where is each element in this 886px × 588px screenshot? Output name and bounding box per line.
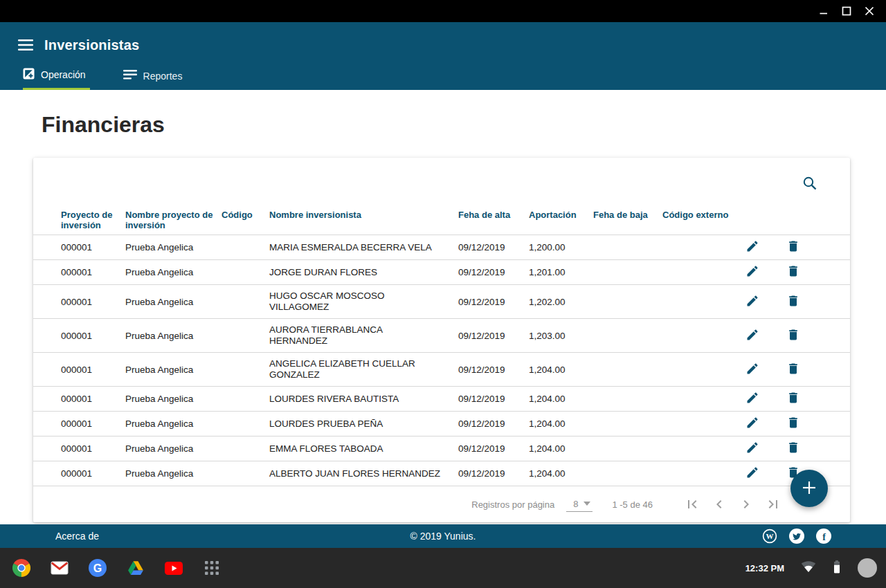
- cell-nombre-proyecto: Prueba Angelica: [125, 319, 222, 353]
- trash-icon[interactable]: [785, 414, 802, 433]
- svg-text:W: W: [766, 532, 774, 540]
- edit-pencil-icon[interactable]: [744, 327, 761, 345]
- edit-pencil-icon[interactable]: [744, 464, 761, 483]
- cell-feha-baja: [593, 437, 662, 461]
- cell-aportacion: 1,200.00: [529, 235, 593, 260]
- cell-nombre-proyecto: Prueba Angelica: [125, 461, 222, 486]
- trash-icon[interactable]: [785, 238, 802, 257]
- cell-nombre-inversionista: ALBERTO JUAN FLORES HERNANDEZ: [269, 461, 458, 486]
- table-header-row: Proyecto de inversión Nombre proyecto de…: [33, 208, 850, 235]
- google-icon[interactable]: G: [89, 559, 107, 577]
- cell-proyecto: 000001: [33, 437, 125, 461]
- cell-feha-baja: [593, 260, 662, 285]
- next-page-icon[interactable]: [737, 495, 755, 513]
- maximize-icon[interactable]: [840, 5, 853, 17]
- status-tray[interactable]: 12:32 PM: [745, 558, 886, 578]
- tab-operacion[interactable]: Operación: [23, 68, 90, 90]
- cell-feha-alta: 09/12/2019: [458, 260, 529, 285]
- plus-icon: [801, 479, 817, 498]
- cell-codigo-externo: [662, 235, 744, 260]
- cell-feha-alta: 09/12/2019: [458, 319, 529, 353]
- cell-proyecto: 000001: [33, 235, 125, 260]
- table-row: 000001 Prueba Angelica HUGO OSCAR MOSCOS…: [33, 285, 850, 319]
- previous-page-icon[interactable]: [710, 495, 728, 513]
- gmail-icon[interactable]: [51, 559, 69, 577]
- financieras-table: Proyecto de inversión Nombre proyecto de…: [33, 208, 850, 486]
- add-button[interactable]: [790, 470, 828, 507]
- table-row: 000001 Prueba Angelica JORGE DURAN FLORE…: [33, 260, 850, 285]
- battery-icon: [833, 560, 841, 576]
- chrome-icon[interactable]: [12, 559, 30, 577]
- facebook-icon[interactable]: f: [816, 529, 831, 544]
- cell-codigo: [222, 437, 269, 461]
- chevron-down-icon: [584, 497, 590, 508]
- trash-icon[interactable]: [785, 327, 802, 345]
- cell-aportacion: 1,204.00: [529, 353, 593, 387]
- tab-reportes[interactable]: Reportes: [123, 70, 187, 90]
- trash-icon[interactable]: [785, 293, 802, 311]
- table-row: 000001 Prueba Angelica EMMA FLORES TABOA…: [33, 437, 850, 461]
- cell-feha-baja: [593, 285, 662, 319]
- avatar: [858, 558, 877, 578]
- drive-icon[interactable]: [127, 559, 145, 577]
- screen: Inversionistas Operación Reportes Financ…: [0, 0, 886, 588]
- cell-aportacion: 1,204.00: [529, 387, 593, 412]
- cell-codigo: [222, 353, 269, 387]
- cell-proyecto: 000001: [33, 353, 125, 387]
- minimize-icon[interactable]: [817, 5, 830, 17]
- youtube-icon[interactable]: [165, 559, 183, 577]
- search-icon[interactable]: [800, 174, 820, 194]
- cell-nombre-proyecto: Prueba Angelica: [125, 260, 222, 285]
- cell-codigo: [222, 260, 269, 285]
- pagination-bar: Registros por página 8 1 -5 de 46: [33, 486, 850, 522]
- cell-codigo-externo: [662, 285, 744, 319]
- app-title: Inversionistas: [44, 37, 139, 53]
- col-aportacion: Aportación: [529, 208, 593, 235]
- cell-codigo-externo: [662, 412, 744, 437]
- first-page-icon[interactable]: [683, 495, 701, 513]
- apps-grid-icon[interactable]: [203, 559, 221, 577]
- page-size-select[interactable]: 8: [566, 497, 593, 512]
- cell-feha-alta: 09/12/2019: [458, 412, 529, 437]
- cell-feha-alta: 09/12/2019: [458, 437, 529, 461]
- close-icon[interactable]: [863, 5, 876, 17]
- col-codigo: Código: [222, 208, 269, 235]
- page-title: Financieras: [42, 113, 886, 136]
- edit-pencil-icon[interactable]: [744, 238, 761, 257]
- cell-nombre-proyecto: Prueba Angelica: [125, 412, 222, 437]
- appbar: Inversionistas Operación Reportes: [0, 22, 886, 90]
- edit-pencil-icon[interactable]: [744, 293, 761, 311]
- cell-feha-baja: [593, 412, 662, 437]
- cell-nombre-inversionista: LOURDES RIVERA BAUTISTA: [269, 387, 458, 412]
- trash-icon[interactable]: [785, 389, 802, 408]
- cell-feha-alta: 09/12/2019: [458, 235, 529, 260]
- edit-pencil-icon[interactable]: [744, 263, 761, 282]
- clock-label: 12:32 PM: [745, 563, 784, 573]
- cell-actions: [744, 387, 850, 412]
- cell-feha-baja: [593, 235, 662, 260]
- window-titlebar: [0, 0, 886, 22]
- about-link[interactable]: Acerca de: [55, 531, 99, 542]
- col-nombre-inversionista: Nombre inversionista: [269, 208, 458, 235]
- edit-pencil-icon[interactable]: [744, 360, 761, 379]
- table-row: 000001 Prueba Angelica LOURDES PRUEBA PE…: [33, 412, 850, 437]
- table-row: 000001 Prueba Angelica MARIA ESMERALDA B…: [33, 235, 850, 260]
- edit-pencil-icon[interactable]: [744, 439, 761, 458]
- trash-icon[interactable]: [785, 360, 802, 379]
- table-row: 000001 Prueba Angelica ANGELICA ELIZABET…: [33, 353, 850, 387]
- cell-actions: [744, 437, 850, 461]
- last-page-icon[interactable]: [764, 495, 782, 513]
- cell-codigo: [222, 412, 269, 437]
- edit-pencil-icon[interactable]: [744, 414, 761, 433]
- edit-pencil-icon[interactable]: [744, 389, 761, 408]
- copyright-text: © 2019 Yunius.: [0, 531, 886, 542]
- twitter-icon[interactable]: [789, 529, 804, 544]
- trash-icon[interactable]: [785, 263, 802, 282]
- cell-aportacion: 1,204.00: [529, 461, 593, 486]
- wifi-icon: [801, 561, 816, 576]
- cell-codigo-externo: [662, 353, 744, 387]
- wordpress-icon[interactable]: W: [762, 529, 777, 544]
- hamburger-menu-icon[interactable]: [18, 39, 33, 50]
- page-range-label: 1 -5 de 46: [612, 499, 653, 510]
- trash-icon[interactable]: [785, 439, 802, 458]
